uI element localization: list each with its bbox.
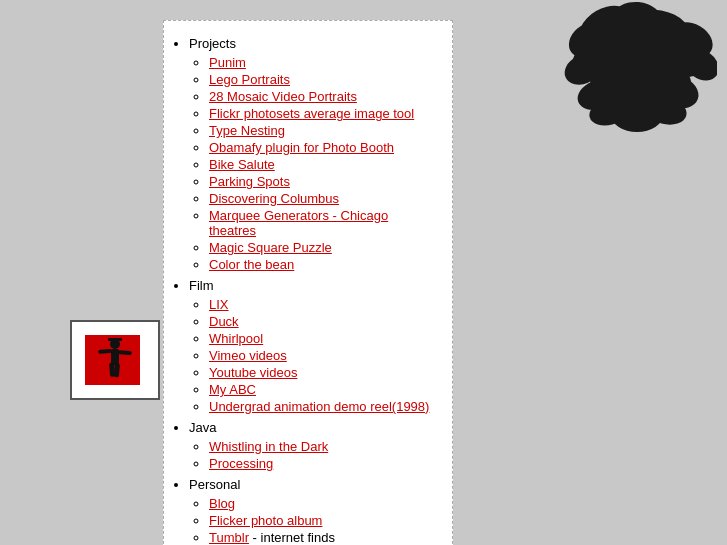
sub-list-personal: BlogFlicker photo albumTumblr - internet… <box>189 496 432 545</box>
link-whirlpool[interactable]: Whirlpool <box>209 331 263 346</box>
list-item: Magic Square Puzzle <box>209 240 432 255</box>
section-item-film: FilmLIXDuckWhirlpoolVimeo videosYoutube … <box>189 278 432 414</box>
link-undergrad-animation-demo-reel1998[interactable]: Undergrad animation demo reel(1998) <box>209 399 429 414</box>
list-item: Discovering Columbus <box>209 191 432 206</box>
list-item: Whistling in the Dark <box>209 439 432 454</box>
list-item: Tumblr - internet finds <box>209 530 432 545</box>
list-item: Marquee Generators - Chicago theatres <box>209 208 432 238</box>
list-item: Punim <box>209 55 432 70</box>
list-item: Parking Spots <box>209 174 432 189</box>
link-flicker-photo-album[interactable]: Flicker photo album <box>209 513 322 528</box>
site-logo <box>70 320 160 400</box>
link-blog[interactable]: Blog <box>209 496 235 511</box>
section-label-personal: Personal <box>189 477 240 492</box>
main-content-box: ProjectsPunimLego Portraits28 Mosaic Vid… <box>163 20 453 545</box>
list-item: Lego Portraits <box>209 72 432 87</box>
link-parking-spots[interactable]: Parking Spots <box>209 174 290 189</box>
link-lego-portraits[interactable]: Lego Portraits <box>209 72 290 87</box>
link-bike-salute[interactable]: Bike Salute <box>209 157 275 172</box>
svg-rect-23 <box>111 349 119 365</box>
list-item: Vimeo videos <box>209 348 432 363</box>
list-item: Processing <box>209 456 432 471</box>
svg-rect-28 <box>108 338 122 341</box>
list-item: Color the bean <box>209 257 432 272</box>
link-flickr-photosets-average-image-tool[interactable]: Flickr photosets average image tool <box>209 106 414 121</box>
link-punim[interactable]: Punim <box>209 55 246 70</box>
link-tumblr[interactable]: Tumblr <box>209 530 249 545</box>
list-item: Whirlpool <box>209 331 432 346</box>
list-item: Flickr photosets average image tool <box>209 106 432 121</box>
link-marquee-generators---chicago-theatres[interactable]: Marquee Generators - Chicago theatres <box>209 208 388 238</box>
link-obamafy-plugin-for-photo-booth[interactable]: Obamafy plugin for Photo Booth <box>209 140 394 155</box>
link-color-the-bean[interactable]: Color the bean <box>209 257 294 272</box>
link-my-abc[interactable]: My ABC <box>209 382 256 397</box>
top-leaf-image <box>537 0 717 140</box>
section-item-java: JavaWhistling in the DarkProcessing <box>189 420 432 471</box>
link-vimeo-videos[interactable]: Vimeo videos <box>209 348 287 363</box>
section-label-projects: Projects <box>189 36 236 51</box>
link-processing[interactable]: Processing <box>209 456 273 471</box>
section-item-projects: ProjectsPunimLego Portraits28 Mosaic Vid… <box>189 36 432 272</box>
sub-list-java: Whistling in the DarkProcessing <box>189 439 432 471</box>
list-item: Flicker photo album <box>209 513 432 528</box>
link-suffix: - internet finds <box>249 530 335 545</box>
list-item: Obamafy plugin for Photo Booth <box>209 140 432 155</box>
list-item: Youtube videos <box>209 365 432 380</box>
list-item: Type Nesting <box>209 123 432 138</box>
list-item: My ABC <box>209 382 432 397</box>
link-youtube-videos[interactable]: Youtube videos <box>209 365 297 380</box>
link-28-mosaic-video-portraits[interactable]: 28 Mosaic Video Portraits <box>209 89 357 104</box>
link-duck[interactable]: Duck <box>209 314 239 329</box>
section-label-film: Film <box>189 278 214 293</box>
list-item: LIX <box>209 297 432 312</box>
list-item: 28 Mosaic Video Portraits <box>209 89 432 104</box>
link-magic-square-puzzle[interactable]: Magic Square Puzzle <box>209 240 332 255</box>
section-item-personal: PersonalBlogFlicker photo albumTumblr - … <box>189 477 432 545</box>
link-lix[interactable]: LIX <box>209 297 229 312</box>
section-label-java: Java <box>189 420 216 435</box>
list-item: Blog <box>209 496 432 511</box>
list-item: Duck <box>209 314 432 329</box>
list-item: Bike Salute <box>209 157 432 172</box>
link-type-nesting[interactable]: Type Nesting <box>209 123 285 138</box>
link-discovering-columbus[interactable]: Discovering Columbus <box>209 191 339 206</box>
list-item: Undergrad animation demo reel(1998) <box>209 399 432 414</box>
navigation-list: ProjectsPunimLego Portraits28 Mosaic Vid… <box>174 36 432 545</box>
sub-list-film: LIXDuckWhirlpoolVimeo videosYoutube vide… <box>189 297 432 414</box>
link-whistling-in-the-dark[interactable]: Whistling in the Dark <box>209 439 328 454</box>
sub-list-projects: PunimLego Portraits28 Mosaic Video Portr… <box>189 55 432 272</box>
